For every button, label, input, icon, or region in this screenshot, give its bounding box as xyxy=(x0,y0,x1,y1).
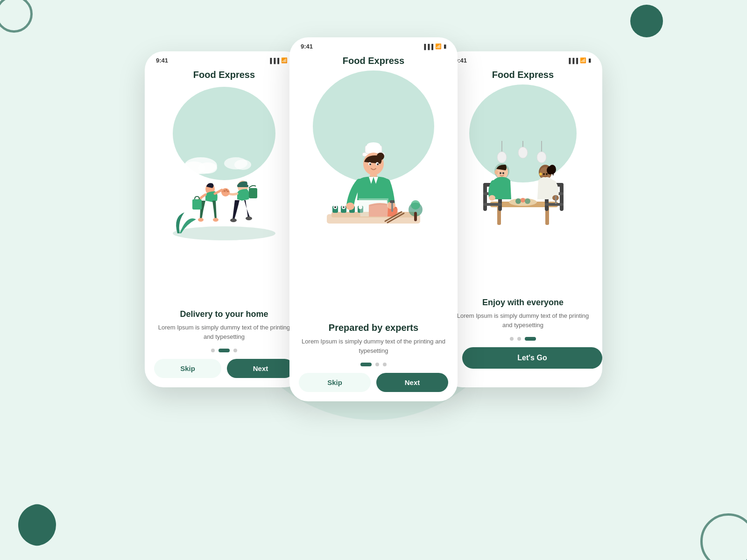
svg-point-26 xyxy=(343,206,345,208)
text-section-center: Prepared by experts Lorem Ipsum is simpl… xyxy=(289,318,458,358)
dot-1-center xyxy=(360,363,372,366)
phone-slide-3: 9:41 ▐▐▐ 📶 ▮ Food Express xyxy=(444,51,602,387)
svg-point-13 xyxy=(230,218,237,222)
card-title-right: Enjoy with everyone xyxy=(455,298,591,308)
svg-point-71 xyxy=(495,170,498,175)
phones-container: 9:41 ▐▐▐ 📶 ▮ Food Express xyxy=(145,37,602,401)
svg-point-18 xyxy=(227,190,229,192)
card-title-left: Delivery to your home xyxy=(156,309,292,319)
signal-icon: ▐▐▐ xyxy=(268,58,279,63)
svg-point-8 xyxy=(213,218,218,222)
svg-rect-9 xyxy=(192,199,202,210)
svg-point-82 xyxy=(539,173,542,175)
svg-rect-84 xyxy=(555,196,557,204)
illustration-delivery xyxy=(145,82,303,305)
svg-point-42 xyxy=(377,163,379,165)
svg-rect-68 xyxy=(483,203,502,206)
dot-1-left xyxy=(211,349,215,352)
svg-point-52 xyxy=(497,152,507,163)
card-desc-center: Lorem Ipsum is simply dummy text of the … xyxy=(301,337,446,355)
status-time-center: 9:41 xyxy=(301,43,313,50)
skip-button-left[interactable]: Skip xyxy=(154,359,221,378)
wifi-icon-right: 📶 xyxy=(580,57,586,63)
chef-illustration xyxy=(308,140,439,247)
svg-point-41 xyxy=(369,163,371,165)
dot-1-right xyxy=(510,337,514,341)
illustration-chef xyxy=(289,68,458,318)
text-section-right: Enjoy with everyone Lorem Ipsum is simpl… xyxy=(444,293,602,332)
svg-point-7 xyxy=(198,218,204,222)
app-title-center: Food Express xyxy=(289,52,458,68)
svg-point-17 xyxy=(226,189,227,190)
bg-decoration-top-left xyxy=(0,0,33,33)
svg-point-61 xyxy=(515,198,521,204)
letsgo-button[interactable]: Let's Go xyxy=(462,347,602,369)
next-button-center[interactable]: Next xyxy=(376,373,448,392)
status-bar-left: 9:41 ▐▐▐ 📶 ▮ xyxy=(145,51,303,66)
svg-point-2 xyxy=(198,162,217,174)
bg-decoration-bottom-left xyxy=(14,504,56,546)
signal-icon-right: ▐▐▐ xyxy=(567,58,578,63)
text-section-left: Delivery to your home Lorem Ipsum is sim… xyxy=(145,305,303,344)
illustration-dining xyxy=(444,82,602,293)
svg-rect-12 xyxy=(249,188,257,198)
battery-icon-right: ▮ xyxy=(588,57,591,63)
svg-point-50 xyxy=(411,200,420,210)
dot-2-center xyxy=(375,363,379,366)
btn-row-center: Skip Next xyxy=(289,369,458,401)
delivery-illustration xyxy=(163,147,285,240)
dots-right xyxy=(444,332,602,343)
svg-point-38 xyxy=(377,153,384,160)
dot-2-right xyxy=(517,337,521,341)
svg-point-14 xyxy=(246,217,252,220)
svg-point-85 xyxy=(500,172,501,174)
wifi-icon: 📶 xyxy=(281,57,288,63)
dot-3-left xyxy=(233,349,237,352)
svg-rect-74 xyxy=(560,183,564,211)
dots-left xyxy=(145,344,303,355)
svg-rect-49 xyxy=(414,212,417,221)
svg-point-86 xyxy=(502,172,504,174)
svg-point-72 xyxy=(489,195,495,201)
status-bar-center: 9:41 ▐▐▐ 📶 ▮ xyxy=(289,37,458,52)
dot-2-left xyxy=(218,349,230,352)
svg-rect-64 xyxy=(483,183,487,211)
phone-slide-2: 9:41 ▐▐▐ 📶 ▮ Food Express xyxy=(145,51,303,387)
card-title-center: Prepared by experts xyxy=(301,322,446,333)
svg-point-54 xyxy=(518,147,528,158)
dots-center xyxy=(289,358,458,369)
svg-point-87 xyxy=(543,173,545,175)
status-bar-right: 9:41 ▐▐▐ 📶 ▮ xyxy=(444,51,602,66)
svg-point-56 xyxy=(537,152,546,163)
app-title-right: Food Express xyxy=(444,66,602,82)
signal-icon-center: ▐▐▐ xyxy=(423,44,433,49)
bg-decoration-top-right xyxy=(630,5,663,37)
svg-rect-11 xyxy=(237,185,248,187)
card-desc-left: Lorem Ipsum is simply dummy text of the … xyxy=(156,323,292,341)
battery-icon-center: ▮ xyxy=(444,43,446,49)
btn-row-left: Skip Next xyxy=(145,355,303,387)
bg-decoration-bottom-right xyxy=(700,513,747,560)
svg-rect-47 xyxy=(390,200,395,203)
status-icons-right: ▐▐▐ 📶 ▮ xyxy=(567,57,591,63)
svg-point-5 xyxy=(173,226,275,240)
next-button-left[interactable]: Next xyxy=(227,359,294,378)
svg-point-88 xyxy=(546,173,548,175)
skip-button-center[interactable]: Skip xyxy=(299,373,371,392)
card-desc-right: Lorem Ipsum is simply dummy text of the … xyxy=(455,311,591,329)
svg-point-4 xyxy=(234,160,251,170)
letsgo-wrapper: Let's Go xyxy=(444,343,602,387)
status-time-left: 9:41 xyxy=(156,57,168,64)
dot-3-right xyxy=(525,337,536,341)
app-title-left: Food Express xyxy=(145,66,303,82)
svg-point-81 xyxy=(547,166,553,175)
phone-slide-1: 9:41 ▐▐▐ 📶 ▮ Food Express xyxy=(289,37,458,401)
svg-rect-77 xyxy=(545,203,564,206)
svg-point-23 xyxy=(334,206,336,208)
dot-3-center xyxy=(383,363,387,366)
wifi-icon-center: 📶 xyxy=(435,43,442,49)
svg-point-36 xyxy=(367,142,380,148)
status-icons-left: ▐▐▐ 📶 ▮ xyxy=(268,57,292,63)
svg-point-63 xyxy=(525,198,530,204)
dining-illustration xyxy=(460,139,586,237)
